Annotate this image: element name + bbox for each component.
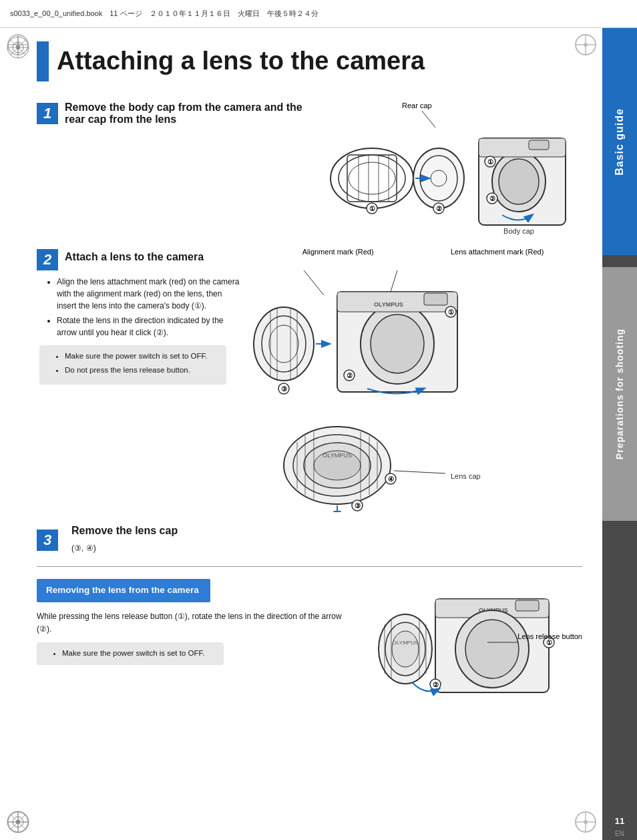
step2-note-2: Do not press the lens release button. <box>65 365 218 376</box>
alignment-mark-label: Alignment mark (Red) <box>302 248 374 256</box>
step2-section: 2 Attach a lens to the camera Align the … <box>37 248 582 514</box>
step2-header: 2 Attach a lens to the camera <box>37 248 244 270</box>
step3-section: 3 Remove the lens cap (③, ④) <box>37 525 582 554</box>
removing-text: While pressing the lens release button (… <box>37 610 355 636</box>
svg-rect-51 <box>529 140 549 150</box>
page-number: 11 <box>602 813 637 829</box>
page-lang: EN <box>602 829 637 840</box>
svg-point-33 <box>349 162 395 194</box>
step1-diagram: Rear cap ② <box>322 101 582 237</box>
lens-attachment-label: Lens attachment mark (Red) <box>451 248 544 256</box>
step1-title: Remove the body cap from the camera and … <box>65 101 322 126</box>
header-bar: s0033_e_00_0_unified.book 11 ページ ２０１０年１１… <box>0 0 637 28</box>
step1-svg: ② ① <box>322 101 582 235</box>
step2-content: 2 Attach a lens to the camera Align the … <box>37 248 244 385</box>
step2-note: Make sure the power switch is set to OFF… <box>39 345 226 385</box>
svg-text:①: ① <box>448 308 454 316</box>
svg-point-61 <box>371 314 424 373</box>
step3-subtitle: (③, ④) <box>71 542 178 554</box>
step2-bullet-1: Align the lens attachment mark (red) on … <box>57 276 244 312</box>
svg-rect-99 <box>515 600 539 611</box>
svg-line-30 <box>422 111 435 128</box>
step2-number: 2 <box>37 249 58 270</box>
sidebar-blue-top: Basic guide <box>602 28 637 255</box>
svg-text:②: ② <box>489 195 495 202</box>
removing-svg: OLYMPUS OLYMPUS ② ① <box>369 579 582 712</box>
sidebar-gray-mid: Preparations for shooting <box>602 267 637 521</box>
svg-text:②: ② <box>433 681 439 688</box>
removing-header: Removing the lens from the camera <box>37 579 210 602</box>
svg-text:④: ④ <box>388 475 394 483</box>
svg-rect-63 <box>424 293 447 305</box>
title-bar: Attaching a lens to the camera <box>37 41 582 85</box>
svg-text:③: ③ <box>281 385 287 393</box>
step3-content: Remove the lens cap (③, ④) <box>71 525 178 554</box>
removing-note-item: Make sure the power switch is set to OFF… <box>62 648 216 659</box>
svg-text:OLYMPUS: OLYMPUS <box>323 452 351 459</box>
section-divider <box>37 566 582 567</box>
svg-text:Body cap: Body cap <box>503 227 534 235</box>
svg-line-58 <box>391 270 397 292</box>
svg-text:②: ② <box>347 372 353 379</box>
step2-bullet-2: Rotate the lens in the direction indicat… <box>57 314 244 339</box>
svg-text:OLYMPUS: OLYMPUS <box>374 301 403 308</box>
header-text: s0033_e_00_0_unified.book 11 ページ ２０１０年１１… <box>10 9 318 19</box>
step2-bullets: Align the lens attachment mark (red) on … <box>39 276 244 339</box>
step2-labels: Alignment mark (Red) Lens attachment mar… <box>250 248 582 256</box>
svg-text:③: ③ <box>355 502 361 509</box>
removing-left: Removing the lens from the camera While … <box>37 579 355 665</box>
svg-point-31 <box>331 148 413 208</box>
step2-note-list: Make sure the power switch is set to OFF… <box>47 351 218 377</box>
removing-note-list: Make sure the power switch is set to OFF… <box>45 648 216 659</box>
svg-point-15 <box>584 820 588 824</box>
page-number-area: 11 EN <box>602 813 637 840</box>
svg-text:Lens cap: Lens cap <box>451 472 481 480</box>
svg-point-69 <box>254 307 314 381</box>
sidebar-preparations-label: Preparations for shooting <box>614 329 625 459</box>
right-sidebar: Basic guide Preparations for shooting 11… <box>602 28 637 840</box>
svg-text:①: ① <box>487 158 493 166</box>
reg-mark-br <box>573 809 598 835</box>
sidebar-basic-guide-label: Basic guide <box>614 108 626 176</box>
svg-text:②: ② <box>436 205 442 212</box>
main-content: Attaching a lens to the camera 1 Remove … <box>0 28 602 728</box>
step3-number: 3 <box>37 530 58 551</box>
page-title: Attaching a lens to the camera <box>57 47 425 75</box>
step1-section: 1 Remove the body cap from the camera an… <box>37 101 582 237</box>
svg-line-57 <box>304 270 324 295</box>
rear-cap-label: Rear cap <box>402 101 432 110</box>
step2-title: Attach a lens to the camera <box>65 251 204 263</box>
step3-title: Remove the lens cap <box>71 525 178 537</box>
svg-point-49 <box>499 159 539 204</box>
removing-note: Make sure the power switch is set to OFF… <box>37 642 224 664</box>
title-accent <box>37 41 49 81</box>
step1-content: 1 Remove the body cap from the camera an… <box>37 101 322 131</box>
step2-note-1: Make sure the power switch is set to OFF… <box>65 351 218 362</box>
lens-release-label: Lens release button <box>517 632 582 640</box>
svg-text:OLYMPUS: OLYMPUS <box>393 640 419 646</box>
svg-line-96 <box>394 471 445 473</box>
step1-text: Remove the body cap from the camera and … <box>65 101 322 131</box>
step2-svg: OLYMPUS ① ② ③ <box>250 258 538 512</box>
removing-diagram: OLYMPUS OLYMPUS ② ① <box>369 579 582 714</box>
removing-section: Removing the lens from the camera While … <box>37 579 582 714</box>
svg-rect-50 <box>479 138 566 157</box>
step2-body: Align the lens attachment mark (red) on … <box>39 276 244 385</box>
svg-point-105 <box>392 631 419 667</box>
svg-text:①: ① <box>369 205 375 212</box>
step1-number: 1 <box>37 103 58 124</box>
step2-diagram: Alignment mark (Red) Lens attachment mar… <box>250 248 582 514</box>
starburst-bl <box>5 809 31 835</box>
svg-point-102 <box>465 620 519 678</box>
